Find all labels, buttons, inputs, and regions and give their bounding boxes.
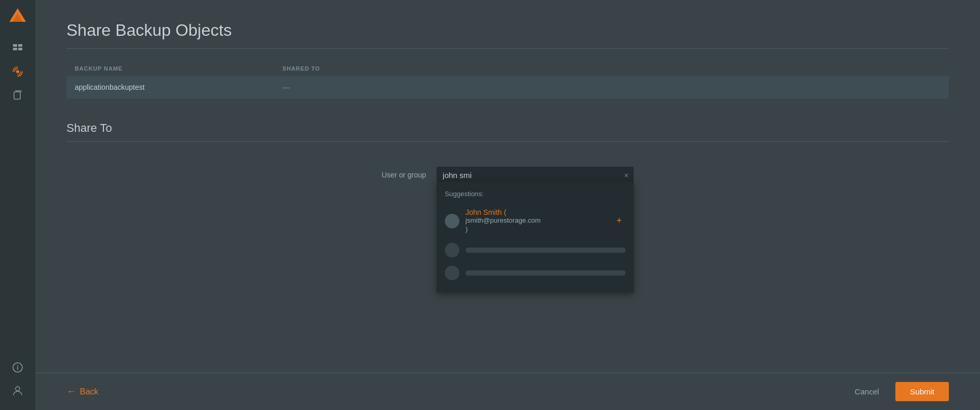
svg-point-11 <box>16 387 20 391</box>
submit-button[interactable]: Submit <box>895 382 949 401</box>
suggestion-name-highlight: John Smi <box>466 208 496 216</box>
suggestions-label: Suggestions: <box>437 190 634 203</box>
copy-nav-icon[interactable] <box>8 85 27 104</box>
title-divider <box>66 48 949 49</box>
back-arrow-icon: ← <box>66 386 76 397</box>
table-row: applicationbackuptest — <box>66 76 949 99</box>
col-header-backup-name: BACKUP NAME <box>75 65 282 72</box>
suggestions-dropdown: Suggestions: John Smith ( jsmith@puresto… <box>437 182 634 293</box>
backup-name-cell: applicationbackuptest <box>75 83 282 91</box>
svg-point-10 <box>17 365 18 366</box>
grid-nav-icon[interactable] <box>8 39 27 58</box>
cancel-button[interactable]: Cancel <box>847 383 888 400</box>
user-group-label: User or group <box>382 167 426 179</box>
svg-rect-2 <box>13 44 17 47</box>
input-clear-button[interactable]: × <box>624 171 629 180</box>
shared-to-cell: — <box>282 83 941 91</box>
suggestion-avatar <box>445 214 459 228</box>
main-content: Share Backup Objects BACKUP NAME SHARED … <box>35 0 980 410</box>
share-to-heading: Share To <box>66 121 949 135</box>
back-label: Back <box>80 387 99 397</box>
share-to-section: Share To User or group × Suggestions: Jo… <box>66 117 949 196</box>
page-title: Share Backup Objects <box>66 21 949 40</box>
suggestion-name: John Smith ( <box>466 208 607 216</box>
suggestion-text: John Smith ( jsmith@purestorage.com ) <box>466 208 607 234</box>
bottom-bar: ← Back Cancel Submit <box>35 373 980 410</box>
suggestion-add-button[interactable]: + <box>613 215 625 227</box>
share-to-divider <box>66 141 949 142</box>
svg-point-6 <box>16 70 19 73</box>
suggestion-item-john-smith[interactable]: John Smith ( jsmith@purestorage.com ) + <box>437 203 634 239</box>
table-header: BACKUP NAME SHARED TO <box>66 61 949 76</box>
svg-rect-5 <box>18 48 22 50</box>
svg-rect-4 <box>13 48 17 50</box>
share-to-row: User or group × Suggestions: John Smith … <box>66 154 949 196</box>
suggestion-paren-close: ) <box>466 225 468 233</box>
svg-rect-3 <box>18 44 22 47</box>
svg-rect-7 <box>14 92 20 99</box>
col-header-shared-to: SHARED TO <box>282 65 941 72</box>
sidebar <box>0 0 35 410</box>
suggestion-email: jsmith@purestorage.com <box>466 216 607 224</box>
app-logo[interactable] <box>7 6 28 27</box>
suggestion-placeholder-1 <box>437 239 634 262</box>
suggestion-placeholder-2 <box>437 262 634 284</box>
user-nav-icon[interactable] <box>8 381 27 400</box>
info-nav-icon[interactable] <box>8 358 27 377</box>
backup-table: BACKUP NAME SHARED TO applicationbackupt… <box>66 61 949 103</box>
broadcast-nav-icon[interactable] <box>8 62 27 81</box>
suggestion-name-rest: th ( <box>496 208 506 216</box>
input-wrapper: × Suggestions: John Smith ( jsmith@pures… <box>437 167 634 184</box>
back-button[interactable]: ← Back <box>66 386 99 397</box>
